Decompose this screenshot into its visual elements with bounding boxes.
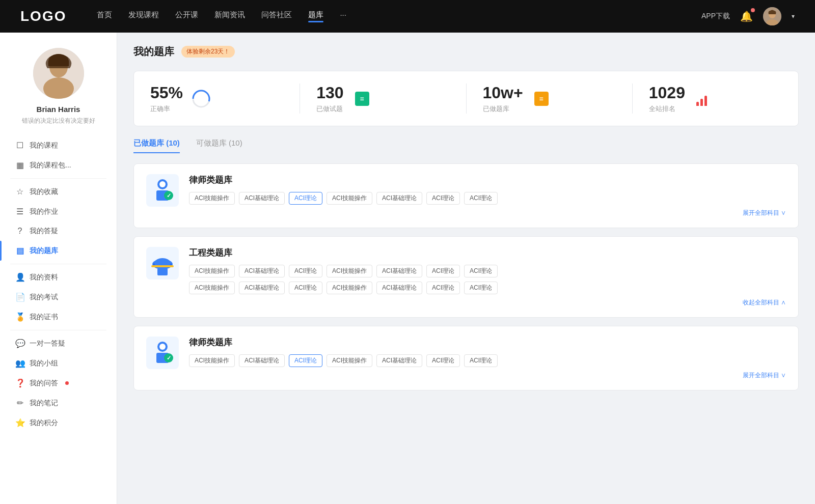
tag[interactable]: ACI基础理论: [239, 192, 285, 205]
yellow-square-icon: ≡: [534, 92, 549, 106]
qa-dot-badge: [65, 381, 69, 385]
sidebar-item-label: 我的证书: [30, 313, 58, 322]
sidebar-item-certificate[interactable]: 🏅 我的证书: [0, 307, 117, 327]
sidebar-item-one-on-one[interactable]: 💬 一对一答疑: [0, 333, 117, 353]
qbank-title: 工程类题库: [189, 247, 786, 259]
sidebar-item-qa[interactable]: ? 我的答疑: [0, 221, 117, 241]
group-icon: 👥: [15, 358, 24, 368]
green-square-icon: ≡: [355, 92, 369, 106]
tag[interactable]: ACI理论: [464, 192, 498, 205]
tag[interactable]: ACI理论: [426, 192, 460, 205]
nav-discover[interactable]: 发现课程: [128, 10, 159, 22]
tag[interactable]: ACI理论: [464, 265, 498, 277]
tags-row: ACI技能操作 ACI基础理论 ACI理论 ACI技能操作 ACI基础理论 AC…: [189, 354, 786, 367]
svg-point-11: [159, 181, 166, 187]
tag[interactable]: ACI理论: [289, 282, 322, 294]
app-download[interactable]: APP下载: [701, 12, 730, 21]
stat-done-text: 130 已做试题: [316, 83, 343, 114]
svg-point-5: [43, 77, 74, 99]
tag[interactable]: ACI基础理论: [376, 192, 422, 205]
tag-active[interactable]: ACI理论: [289, 192, 322, 205]
points-icon: ⭐: [15, 418, 24, 428]
logo: LOGO: [20, 8, 66, 24]
collapse-link[interactable]: 收起全部科目 ∧: [189, 298, 786, 307]
nav-public-course[interactable]: 公开课: [175, 10, 198, 22]
sidebar-item-label: 我的笔记: [30, 399, 58, 408]
svg-text:✓: ✓: [167, 355, 171, 361]
tag[interactable]: ACI技能操作: [327, 192, 372, 205]
sidebar-item-exam[interactable]: 📄 我的考试: [0, 287, 117, 307]
sidebar-item-label: 我的资料: [30, 273, 58, 282]
top-navigation: LOGO 首页 发现课程 公开课 新闻资讯 问答社区 题库 ··· APP下载 …: [0, 0, 815, 33]
tag[interactable]: ACI技能操作: [189, 192, 235, 205]
page-header: 我的题库 体验剩余23天！: [133, 45, 799, 59]
tag[interactable]: ACI技能操作: [189, 354, 235, 367]
sidebar-slogan: 错误的决定比没有决定要好: [17, 117, 100, 125]
expand-link[interactable]: 展开全部科目 ∨: [189, 371, 786, 380]
tag[interactable]: ACI理论: [426, 282, 460, 294]
tab-available-banks[interactable]: 可做题库 (10): [196, 138, 242, 153]
sidebar-item-course-package[interactable]: ▦ 我的课程包...: [0, 155, 117, 175]
svg-text:✓: ✓: [167, 192, 171, 199]
bar-chart-icon: [696, 92, 711, 106]
sidebar-item-favorites[interactable]: ☆ 我的收藏: [0, 182, 117, 202]
stat-ranking-text: 1029 全站排名: [649, 83, 685, 114]
tags-row-1: ACI技能操作 ACI基础理论 ACI理论 ACI技能操作 ACI基础理论 AC…: [189, 265, 786, 277]
tag[interactable]: ACI基础理论: [239, 282, 285, 294]
nav-news[interactable]: 新闻资讯: [214, 10, 245, 22]
notification-bell[interactable]: 🔔: [740, 10, 753, 22]
my-qa-icon: ❓: [15, 378, 24, 388]
sidebar-item-my-course[interactable]: ☐ 我的课程: [0, 135, 117, 155]
tag[interactable]: ACI基础理论: [376, 282, 422, 294]
trial-badge: 体验剩余23天！: [181, 46, 235, 58]
tag[interactable]: ACI技能操作: [327, 282, 372, 294]
tag[interactable]: ACI技能操作: [189, 265, 235, 277]
profile-icon: 👤: [15, 272, 24, 282]
done-banks-icon: ≡: [531, 89, 552, 109]
expand-link[interactable]: 展开全部科目 ∨: [189, 209, 786, 217]
sidebar-item-homework[interactable]: ☰ 我的作业: [0, 202, 117, 221]
tag[interactable]: ACI基础理论: [376, 265, 422, 277]
tag[interactable]: ACI理论: [426, 354, 460, 367]
user-avatar[interactable]: [763, 7, 781, 25]
sidebar-divider-1: [10, 178, 106, 179]
tag[interactable]: ACI理论: [426, 265, 460, 277]
page-title: 我的题库: [133, 45, 174, 59]
svg-rect-17: [151, 265, 174, 267]
sidebar-item-points[interactable]: ⭐ 我的积分: [0, 413, 117, 433]
tag[interactable]: ACI技能操作: [189, 282, 235, 294]
sidebar-item-notes[interactable]: ✏ 我的笔记: [0, 393, 117, 413]
tag[interactable]: ACI技能操作: [327, 265, 372, 277]
stat-done-questions: 130 已做试题 ≡: [300, 83, 466, 114]
qbank-title: 律师类题库: [189, 337, 786, 348]
sidebar-item-profile[interactable]: 👤 我的资料: [0, 267, 117, 287]
tag[interactable]: ACI理论: [289, 265, 322, 277]
tag-active[interactable]: ACI理论: [289, 354, 322, 367]
qbank-card-lawyer-2: ✓ 律师类题库 ACI技能操作 ACI基础理论 ACI理论 ACI技能操作 AC…: [133, 326, 799, 390]
done-questions-icon: ≡: [352, 89, 372, 109]
sidebar-item-my-qa[interactable]: ❓ 我的问答: [0, 373, 117, 393]
tag[interactable]: ACI基础理论: [239, 265, 285, 277]
homework-icon: ☰: [15, 207, 24, 216]
tag[interactable]: ACI基础理论: [376, 354, 422, 367]
notes-icon: ✏: [15, 398, 24, 408]
nav-qa[interactable]: 问答社区: [261, 10, 292, 22]
nav-question-bank[interactable]: 题库: [308, 10, 323, 22]
user-menu-chevron[interactable]: ▾: [792, 13, 795, 20]
sidebar-item-question-bank[interactable]: ▤ 我的题库: [0, 241, 117, 261]
sidebar-menu: ☐ 我的课程 ▦ 我的课程包... ☆ 我的收藏 ☰ 我的作业 ? 我的答疑 ▤: [0, 135, 117, 433]
sidebar-item-label: 我的问答: [30, 379, 58, 388]
tag[interactable]: ACI技能操作: [327, 354, 372, 367]
svg-point-21: [159, 344, 166, 350]
sidebar-item-label: 一对一答疑: [30, 339, 65, 348]
qbank-content: 律师类题库 ACI技能操作 ACI基础理论 ACI理论 ACI技能操作 ACI基…: [189, 174, 786, 217]
tag[interactable]: ACI理论: [464, 354, 498, 367]
nav-home[interactable]: 首页: [97, 10, 112, 22]
nav-more[interactable]: ···: [340, 10, 346, 22]
tag[interactable]: ACI基础理论: [239, 354, 285, 367]
exam-icon: 📄: [15, 292, 24, 302]
sidebar-item-group[interactable]: 👥 我的小组: [0, 353, 117, 373]
stats-row: 55% 正确率 130 已做试题 ≡: [133, 71, 799, 126]
tab-done-banks[interactable]: 已做题库 (10): [133, 138, 180, 153]
tag[interactable]: ACI理论: [464, 282, 498, 294]
